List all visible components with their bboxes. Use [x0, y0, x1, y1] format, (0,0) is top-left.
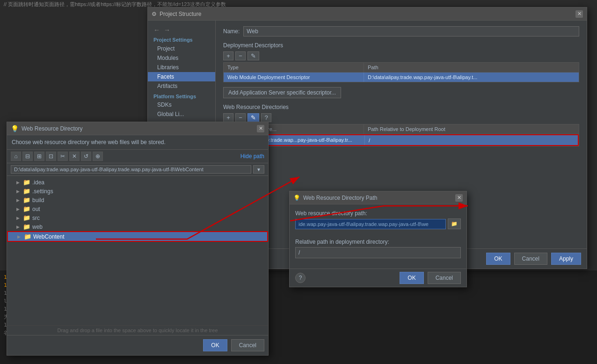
web-dir-path-title: 💡 Web Resource Directory Path	[293, 195, 378, 201]
folder-icon: 📁	[23, 214, 30, 221]
add-file-btn[interactable]: ⊕	[93, 152, 103, 161]
file-tree-ok-button[interactable]: OK	[203, 339, 227, 351]
deployment-toolbar: + − ✎	[223, 51, 579, 60]
file-tree-cancel-button[interactable]: Cancel	[231, 339, 264, 351]
table-header: Type Path	[224, 63, 579, 73]
folder-label: src	[32, 215, 40, 221]
path-dropdown-btn[interactable]: ▼	[253, 165, 264, 174]
file-tree-titlebar: 💡 Web Resource Directory ✕	[7, 122, 268, 135]
path-cell: D:\data\alipay.trade.wap.pay-java-utf-8\…	[364, 73, 579, 82]
folder-icon: 📁	[23, 223, 30, 230]
table-row[interactable]: Web Module Deployment Descriptor D:\data…	[224, 73, 579, 82]
collapse-btn[interactable]: ⊟	[22, 152, 33, 161]
add-web-resource-btn[interactable]: +	[223, 113, 233, 122]
folder-icon: 📁	[23, 205, 30, 212]
back-arrow[interactable]: ←	[153, 26, 160, 34]
tree-node-build[interactable]: ▶ 📁 build	[7, 196, 268, 204]
add-descriptor-button[interactable]: Add Application Server specific descript…	[223, 87, 341, 98]
tree-node-out[interactable]: ▶ 📁 out	[7, 204, 268, 213]
path-input-row: ▼	[7, 163, 268, 176]
web-dir-close-button[interactable]: ✕	[455, 194, 463, 202]
web-path-field: Web resource directory path: 📁	[295, 210, 461, 234]
deployment-descriptors-header: Deployment Descriptors	[223, 42, 579, 49]
cut-btn[interactable]: ✂	[58, 152, 68, 161]
tree-node-idea[interactable]: ▶ 📁 .idea	[7, 178, 268, 187]
home-btn[interactable]: ⌂	[11, 152, 21, 161]
web-dir-content: Web resource directory path: 📁 Relative …	[290, 204, 466, 269]
dialog-icon: ⚙	[152, 11, 157, 17]
tree-node-web[interactable]: ▶ 📁 web	[7, 222, 268, 231]
refresh-btn[interactable]: ↺	[81, 152, 91, 161]
edit-deployment-btn[interactable]: ✎	[248, 51, 259, 60]
sidebar-item-modules[interactable]: Modules	[148, 53, 215, 63]
delete-btn[interactable]: ✕	[69, 152, 80, 161]
path-relative-column-header: Path Relative to Deployment Root	[364, 124, 579, 134]
remove-deployment-btn[interactable]: −	[235, 51, 246, 60]
deployment-table: Type Path Web Module Deployment Descript…	[223, 62, 579, 82]
web-path-input-row: 📁	[295, 218, 461, 229]
relative-path-label: Relative path in deployment directory:	[295, 239, 461, 245]
name-input[interactable]	[243, 26, 579, 36]
sidebar-item-project[interactable]: Project	[148, 44, 215, 53]
expand-arrow: ▶	[16, 207, 23, 211]
browse-button[interactable]: 📁	[448, 218, 461, 229]
web-dir-footer-buttons: OK Cancel	[400, 272, 461, 284]
file-tree-content: ▶ 📁 .idea ▶ 📁 .settings ▶ 📁 build ▶ 📁 ou…	[7, 176, 268, 325]
hide-path-button[interactable]: Hide path	[240, 152, 264, 161]
edit-web-resource-btn[interactable]: ✎	[248, 113, 259, 122]
path-column-header: Path	[364, 63, 579, 72]
sidebar-item-sdks[interactable]: SDKs	[148, 100, 215, 109]
apply-button[interactable]: Apply	[551, 253, 581, 265]
sidebar-item-artifacts[interactable]: Artifacts	[148, 81, 215, 91]
relative-path-field: Relative path in deployment directory:	[295, 239, 461, 258]
web-resource-directory-dialog: 💡 Web Resource Directory ✕ Choose web re…	[7, 122, 269, 356]
expand-arrow: ▶	[16, 225, 23, 229]
remove-web-resource-btn[interactable]: −	[235, 113, 246, 122]
tree-node-webcontent[interactable]: ▶ 📁 WebContent	[7, 231, 268, 242]
folder-label: web	[32, 224, 43, 230]
file-tree-title-text: Web Resource Directory	[22, 125, 83, 132]
file-tree-description: Choose web resource directory where web …	[7, 135, 268, 150]
expand-arrow: ▶	[17, 234, 24, 239]
folder-label: WebContent	[33, 233, 65, 240]
folder-label: .idea	[32, 179, 44, 186]
folder-label: .settings	[32, 188, 53, 195]
relative-path-input[interactable]	[295, 247, 461, 258]
name-row: Name:	[223, 26, 579, 36]
sidebar-item-libraries[interactable]: Libraries	[148, 63, 215, 72]
breadcrumb-text: // 页面跳转时通知页面路径，需https://或者https://标记的字数路…	[4, 1, 226, 7]
forward-arrow[interactable]: →	[164, 26, 170, 34]
dialog-title-text: Project Structure	[160, 11, 201, 17]
platform-settings-label: Platform Settings	[148, 91, 215, 100]
web-resource-table-header: Web Resource Dire... Path Relative to De…	[224, 124, 579, 134]
sidebar-item-facets[interactable]: Facets	[148, 72, 215, 81]
web-resource-toolbar: + − ✎ ?	[223, 113, 579, 122]
cancel-button[interactable]: Cancel	[514, 253, 547, 265]
web-dir-path-titlebar: 💡 Web Resource Directory Path ✕	[290, 191, 466, 204]
add-deployment-btn[interactable]: +	[223, 51, 233, 60]
file-tree-footer: OK Cancel	[7, 335, 268, 355]
ok-button[interactable]: OK	[486, 253, 510, 265]
web-dir-cancel-button[interactable]: Cancel	[428, 272, 461, 284]
folder-icon: 📁	[23, 188, 30, 195]
folder-icon: 📁	[23, 197, 30, 204]
folder-view-btn[interactable]: ⊡	[46, 152, 56, 161]
folder-icon: 📁	[24, 233, 31, 240]
tree-node-src[interactable]: ▶ 📁 src	[7, 213, 268, 222]
help-button[interactable]: ?	[295, 273, 306, 283]
expand-btn[interactable]: ⊞	[34, 152, 44, 161]
web-resource-directory-path-dialog: 💡 Web Resource Directory Path ✕ Web reso…	[289, 191, 467, 287]
expand-arrow: ▶	[16, 198, 23, 203]
tree-node-settings[interactable]: ▶ 📁 .settings	[7, 187, 268, 196]
help-web-resource-btn[interactable]: ?	[261, 113, 271, 122]
path-input[interactable]	[11, 165, 251, 174]
web-dir-ok-button[interactable]: OK	[400, 272, 423, 284]
nav-arrows: ← →	[148, 24, 215, 36]
dialog-close-button[interactable]: ✕	[575, 10, 583, 18]
file-tree-close-button[interactable]: ✕	[257, 125, 264, 132]
sidebar-item-global-libs[interactable]: Global Li...	[148, 109, 215, 119]
type-cell: Web Module Deployment Descriptor	[224, 73, 364, 82]
left-sidebar	[0, 8, 7, 270]
web-resource-row[interactable]: 📁 D:\data\alipay.trade.wap...pay-java-ut…	[224, 134, 579, 146]
web-path-input[interactable]	[295, 219, 446, 229]
